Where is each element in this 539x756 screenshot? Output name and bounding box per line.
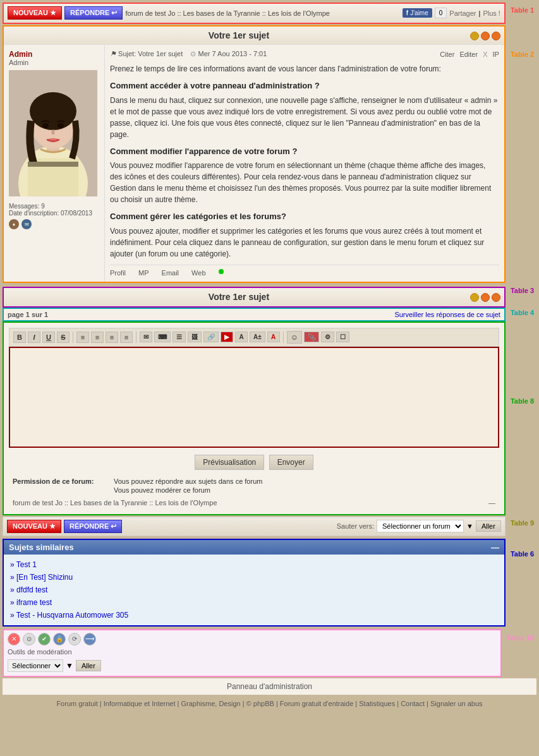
reply-textarea[interactable]	[9, 347, 499, 448]
footer-link-7[interactable]: Contact	[401, 700, 425, 707]
mod-icon-lock[interactable]: 🔒	[53, 633, 66, 645]
similar-item-link-3[interactable]: » dfdfd test	[10, 585, 47, 594]
misc2-button[interactable]: ☐	[336, 332, 349, 342]
font-button[interactable]: A	[235, 332, 248, 342]
plus-link[interactable]: Plus !	[483, 9, 500, 17]
italic-button[interactable]: I	[28, 332, 40, 343]
table1: NOUVEAU ★ RÉPONDRE ↩ forum de test Jo ::…	[3, 3, 506, 24]
dropdown-icon: ▼	[466, 522, 473, 530]
mod-icons-row: ✕ ⊙ ✔ 🔒 ⟳ ⟶	[4, 630, 500, 648]
fb-icon: f	[406, 9, 408, 16]
mod-icon-check[interactable]: ✔	[38, 633, 51, 645]
post-subject: ⚑ Sujet: Votre 1er sujet ⊙ Mer 7 Aou 201…	[110, 50, 267, 58]
win-btn-orange[interactable]	[481, 32, 490, 40]
emoji-button[interactable]: ☺	[287, 331, 302, 344]
mod-icon-arrow[interactable]: ⟳	[68, 633, 81, 645]
underline-button[interactable]: U	[42, 332, 55, 343]
site-footer: Forum gratuit | Informatique et Internet…	[3, 695, 536, 712]
table3: Votre 1er sujet	[3, 287, 506, 308]
similar-item-link-2[interactable]: » [En Test] Shizinu	[10, 573, 73, 582]
forum-select[interactable]: Sélectionner un forum	[377, 520, 464, 532]
delete-link[interactable]: X	[483, 51, 487, 58]
jump-row: Sauter vers: Sélectionner un forum ▼ All…	[337, 520, 501, 532]
ip-link[interactable]: IP	[493, 51, 499, 58]
footer-link-8[interactable]: Signaler un abus	[430, 700, 483, 707]
bold-button[interactable]: B	[13, 332, 26, 343]
footer-link-5[interactable]: Forum gratuit d'entraide	[280, 700, 353, 707]
facebook-like[interactable]: f J'aime	[403, 8, 432, 18]
mod-icon-forward[interactable]: ⟶	[83, 633, 96, 645]
list-item: » Test - Husqvarna Automower 305	[10, 609, 498, 621]
pm-icon[interactable]: ✉	[21, 219, 32, 229]
mod-icon-circle1[interactable]: ⊙	[23, 633, 35, 645]
footer-link-1[interactable]: Forum gratuit	[56, 700, 97, 707]
share-link[interactable]: Partager	[449, 9, 476, 17]
win-btn-gold[interactable]	[470, 32, 479, 40]
attach-button[interactable]: 📎	[304, 332, 319, 342]
section3-title: Comment gérer les catégories et les foru…	[110, 210, 499, 223]
table2-label: Table 2	[508, 25, 536, 59]
win-btn-orange2[interactable]	[492, 32, 500, 40]
perm-moderate: Vous pouvez modérer ce forum	[114, 486, 262, 494]
link-button[interactable]: 🔗	[203, 332, 219, 342]
section3-text: Vous pouvez ajouter, modifier et supprim…	[110, 225, 499, 260]
send-button[interactable]: Envoyer	[269, 455, 313, 470]
table9-repondre-button[interactable]: RÉPONDRE ↩	[64, 520, 122, 533]
image-button[interactable]: 🖼	[188, 332, 202, 342]
collapse-button[interactable]: —	[488, 499, 495, 507]
table9-nouveau-button[interactable]: NOUVEAU ★	[7, 520, 61, 533]
align-justify-button[interactable]: ≡	[120, 332, 133, 343]
align-center-button[interactable]: ≡	[91, 332, 104, 343]
mp-link[interactable]: MP	[138, 269, 149, 277]
web-link[interactable]: Web	[191, 269, 205, 277]
footer-link-3[interactable]: Graphisme, Design	[181, 700, 241, 707]
profile-icon[interactable]: ♦	[9, 219, 19, 229]
misc-button[interactable]: ⚙	[321, 332, 334, 342]
nav-buttons: NOUVEAU ★ RÉPONDRE ↩	[7, 520, 122, 533]
collapse-similar-button[interactable]: —	[491, 543, 499, 552]
media-button[interactable]: ▶	[221, 332, 233, 342]
nouveau-button[interactable]: NOUVEAU ★	[8, 6, 62, 20]
separator3	[283, 332, 284, 343]
align-right-button[interactable]: ≡	[106, 332, 118, 343]
preview-button[interactable]: Prévisualisation	[195, 455, 264, 470]
footer-link-2[interactable]: Informatique et Internet	[104, 700, 176, 707]
svg-point-7	[58, 123, 64, 128]
similar-item-link-5[interactable]: » Test - Husqvarna Automower 305	[10, 611, 128, 620]
email-link[interactable]: Email	[162, 269, 179, 277]
code-button[interactable]: ⌨	[154, 332, 171, 342]
similar-item-link-1[interactable]: » Test 1	[10, 560, 37, 569]
list-button[interactable]: ☰	[173, 332, 186, 342]
win-btn3-orange2[interactable]	[492, 293, 500, 302]
cite-link[interactable]: Citer	[440, 51, 454, 58]
username: Admin	[9, 50, 99, 59]
mod-label: Outils de modération	[4, 648, 500, 658]
admin-panel-link[interactable]: Panneau d'administration	[227, 682, 312, 691]
section2-title: Comment modifier l'apparence de votre fo…	[110, 145, 499, 158]
profil-link[interactable]: Profil	[110, 269, 126, 277]
size-button[interactable]: A±	[250, 332, 265, 342]
similar-topics-title: Sujets similaires	[9, 543, 74, 552]
similar-item-link-4[interactable]: » iframe test	[10, 598, 52, 607]
strikethrough-button[interactable]: S	[57, 332, 70, 343]
table4: page 1 sur 1 Surveiller les réponses de …	[3, 308, 506, 321]
win-btn3-orange[interactable]	[481, 293, 490, 302]
footer-link-6[interactable]: Statistiques	[359, 700, 395, 707]
mod-aller-button[interactable]: Aller	[76, 660, 101, 671]
table8: B I U S ≡ ≡ ≡ ≡ ✉ ⌨ ☰ 🖼 🔗 ▶ A A± A	[3, 321, 506, 515]
footer-link-4[interactable]: © phpBB	[246, 700, 274, 707]
footer-links: Forum gratuit | Informatique et Internet…	[56, 700, 482, 707]
color-button[interactable]: A	[267, 332, 280, 342]
align-left-button[interactable]: ≡	[76, 332, 89, 343]
repondre-button[interactable]: RÉPONDRE ↩	[64, 6, 123, 20]
quote-button[interactable]: ✉	[140, 332, 152, 342]
perm-values: Vous pouvez répondre aux sujets dans ce …	[114, 477, 262, 494]
table2: Votre 1er sujet Admin Admin	[3, 25, 506, 283]
aller-button[interactable]: Aller	[476, 520, 501, 532]
mod-icon-x[interactable]: ✕	[8, 633, 20, 645]
mod-select[interactable]: Sélectionner	[8, 659, 63, 672]
watch-link[interactable]: Surveiller les réponses de ce sujet	[394, 311, 500, 318]
win-btn3-gold[interactable]	[470, 293, 479, 302]
admin-panel: Panneau d'administration	[3, 678, 536, 695]
edit-link[interactable]: Editer	[459, 51, 478, 58]
